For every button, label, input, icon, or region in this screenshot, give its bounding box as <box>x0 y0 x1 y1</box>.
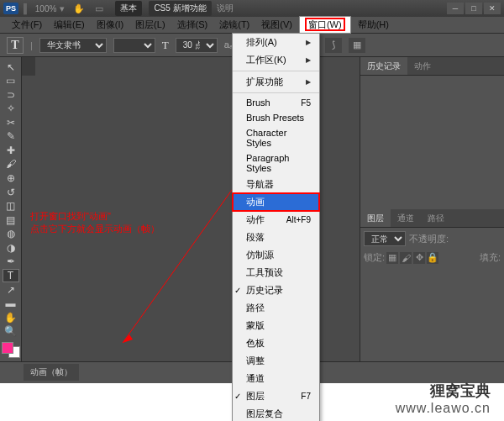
marquee-tool-icon[interactable]: ▭ <box>3 75 19 88</box>
menu-item-[interactable]: 图层复合 <box>233 405 319 421</box>
pen-tool-icon[interactable]: ✒ <box>3 255 19 268</box>
minimize-icon[interactable]: ─ <box>447 3 464 14</box>
annotation-text: 打开窗口找到"动画" 点击它下方就会显示动画（帧） <box>30 210 160 236</box>
toolbox: ↖ ▭ ⊃ ✧ ✂ ✎ ✚ 🖌 ⊕ ↺ ◫ ▤ ◍ ◑ ✒ T ↗ ▬ ✋ 🔍 <box>0 57 22 361</box>
lock-paint-icon[interactable]: 🖌 <box>400 252 412 264</box>
menu-item-brush[interactable]: BrushF5 <box>233 95 319 110</box>
document-tab[interactable] <box>22 57 35 76</box>
menu-item-[interactable]: 工具预设 <box>233 264 319 282</box>
heal-tool-icon[interactable]: ✚ <box>3 144 19 157</box>
crop-tool-icon[interactable]: ✂ <box>3 116 19 129</box>
menu-item-[interactable]: 动作Alt+F9 <box>233 211 319 229</box>
rect-icon[interactable]: ▭ <box>95 3 103 14</box>
hand-icon[interactable]: ✋ <box>73 3 85 14</box>
history-brush-icon[interactable]: ↺ <box>3 186 19 199</box>
brush-tool-icon[interactable]: 🖌 <box>3 158 19 171</box>
photoshop-window: PS ▌ 100% ▾ ✋ ▭ 基本 CS5 新增功能 说明 ─ □ ✕ 文件(… <box>0 0 504 383</box>
maximize-icon[interactable]: □ <box>465 3 482 14</box>
menu-item-[interactable]: 扩展功能 <box>233 73 319 91</box>
menu-item-[interactable]: 动画 <box>233 193 319 211</box>
size-icon: T <box>162 39 169 52</box>
svg-marker-1 <box>123 334 133 343</box>
lock-trans-icon[interactable]: ▦ <box>386 252 398 264</box>
font-select[interactable]: 华文隶书 <box>39 38 107 53</box>
panels: 历史记录 动作 图层 通道 路径 正常 不透明度: 锁定: ▦ 🖌 ✥ <box>360 57 504 361</box>
menu-file[interactable]: 文件(F) <box>7 17 47 33</box>
menu-item-[interactable]: 色板 <box>233 334 319 352</box>
eraser-tool-icon[interactable]: ◫ <box>3 199 19 213</box>
menu-item-[interactable]: 通道 <box>233 370 319 387</box>
tab-channels[interactable]: 通道 <box>391 209 421 227</box>
menu-view[interactable]: 视图(V) <box>256 17 297 33</box>
tab-actions[interactable]: 动作 <box>407 57 438 75</box>
close-icon[interactable]: ✕ <box>484 3 501 14</box>
move-tool-icon[interactable]: ↖ <box>3 61 19 74</box>
tab-layers[interactable]: 图层 <box>360 209 391 227</box>
zoom-label[interactable]: 100% <box>35 4 57 13</box>
menu-item-[interactable]: ✓历史记录 <box>233 282 319 299</box>
lock-move-icon[interactable]: ✥ <box>413 252 425 264</box>
menu-item-[interactable]: ✓图层F7 <box>233 387 319 405</box>
blend-mode-select[interactable]: 正常 <box>364 231 406 246</box>
menu-item-brushpresets[interactable]: Brush Presets <box>233 110 319 125</box>
layers-panel[interactable]: 正常 不透明度: 锁定: ▦ 🖌 ✥ 🔒 填充: <box>360 228 504 361</box>
menu-item-[interactable]: 路径 <box>233 299 319 317</box>
tab-history[interactable]: 历史记录 <box>360 57 407 75</box>
eyedropper-tool-icon[interactable]: ✎ <box>3 130 19 144</box>
menubar: 文件(F) 编辑(E) 图像(I) 图层(L) 选择(S) 滤镜(T) 视图(V… <box>0 17 504 34</box>
workspace-label: 说明 <box>217 3 234 14</box>
menu-layer[interactable]: 图层(L) <box>130 17 170 33</box>
ps-logo: PS <box>3 3 18 14</box>
foreground-color[interactable] <box>2 342 13 354</box>
menu-window[interactable]: 窗口(W) <box>299 16 351 34</box>
menu-image[interactable]: 图像(I) <box>92 17 129 33</box>
fill-label: 填充: <box>480 251 501 264</box>
lock-label: 锁定: <box>364 251 385 264</box>
opacity-label: 不透明度: <box>409 233 449 245</box>
menu-item-[interactable]: 导航器 <box>233 176 319 193</box>
workspace-cs5[interactable]: CS5 新增功能 <box>149 1 211 16</box>
shape-tool-icon[interactable]: ▬ <box>3 297 19 311</box>
wand-tool-icon[interactable]: ✧ <box>3 103 19 116</box>
menu-item-[interactable]: 蒙版 <box>233 317 319 334</box>
menu-item-k[interactable]: 工作区(K) <box>233 51 319 69</box>
menu-item-[interactable]: 段落 <box>233 229 319 246</box>
type-tool-icon[interactable]: T <box>3 269 19 282</box>
zoom-tool-icon[interactable]: 🔍 <box>3 325 19 339</box>
color-swatches[interactable] <box>2 342 20 358</box>
menu-select[interactable]: 选择(S) <box>172 17 213 33</box>
menu-item-characterstyles[interactable]: Character Styles <box>233 125 319 150</box>
watermark: 狸窝宝典 www.leawo.cn <box>396 381 491 416</box>
lasso-tool-icon[interactable]: ⊃ <box>3 88 19 102</box>
history-panel[interactable] <box>360 76 504 209</box>
menu-item-paragraphstyles[interactable]: Paragraph Styles <box>233 150 319 176</box>
warp-text-icon[interactable]: ⟆ <box>325 38 342 53</box>
tab-animation[interactable]: 动画（帧） <box>24 364 79 381</box>
dodge-tool-icon[interactable]: ◑ <box>3 241 19 255</box>
menu-edit[interactable]: 编辑(E) <box>49 17 90 33</box>
sep: ▌ <box>24 3 30 13</box>
menu-help[interactable]: 帮助(H) <box>353 17 394 33</box>
menu-item-a[interactable]: 排列(A) <box>233 34 319 51</box>
font-size-select[interactable]: 30 点 <box>176 38 218 53</box>
menu-item-[interactable]: 仿制源 <box>233 246 319 264</box>
tool-preset-icon[interactable]: T <box>7 37 24 54</box>
lock-all-icon[interactable]: 🔒 <box>427 252 438 264</box>
tab-paths[interactable]: 路径 <box>421 209 451 227</box>
menu-filter[interactable]: 滤镜(T) <box>214 17 255 33</box>
path-tool-icon[interactable]: ↗ <box>3 283 19 297</box>
gradient-tool-icon[interactable]: ▤ <box>3 213 19 227</box>
menu-item-[interactable]: 调整 <box>233 352 319 370</box>
titlebar: PS ▌ 100% ▾ ✋ ▭ 基本 CS5 新增功能 说明 ─ □ ✕ <box>0 0 504 17</box>
panels-icon[interactable]: ▦ <box>349 38 365 53</box>
workspace-basic[interactable]: 基本 <box>115 1 142 16</box>
blur-tool-icon[interactable]: ◍ <box>3 227 19 240</box>
window-menu-dropdown: 排列(A)工作区(K)扩展功能BrushF5Brush PresetsChara… <box>232 33 320 421</box>
stamp-tool-icon[interactable]: ⊕ <box>3 171 19 185</box>
hand-tool-icon[interactable]: ✋ <box>3 311 19 324</box>
font-style-select[interactable] <box>113 38 155 53</box>
